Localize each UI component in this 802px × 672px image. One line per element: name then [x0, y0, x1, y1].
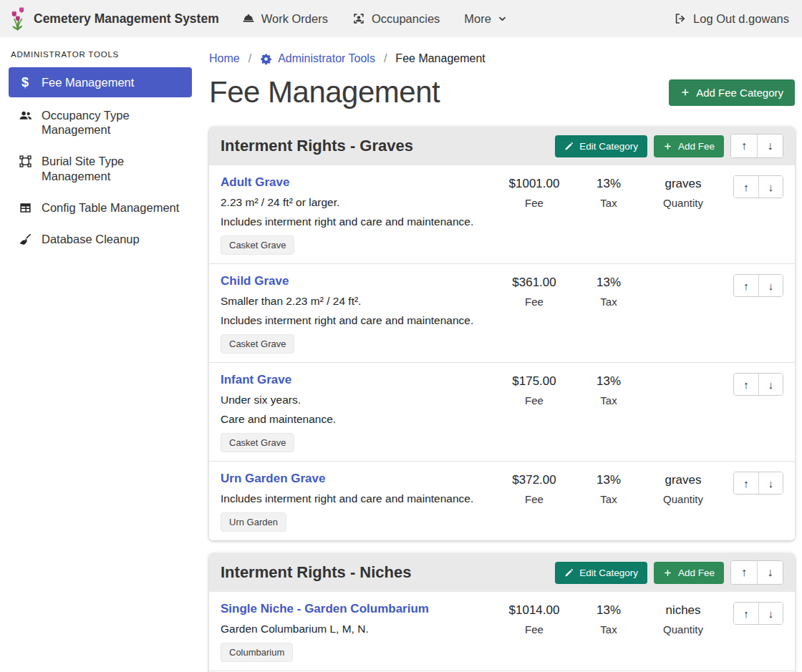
fee-reorder-group: ↑ ↓ — [733, 175, 783, 198]
quantity-label: Quantity — [646, 493, 720, 505]
nav-item-more[interactable]: More — [464, 12, 507, 26]
move-fee-up-button[interactable]: ↑ — [734, 176, 758, 198]
fee-reorder-group: ↑ ↓ — [733, 602, 783, 625]
add-fee-button[interactable]: Add Fee — [654, 135, 724, 157]
add-fee-button[interactable]: Add Fee — [654, 562, 724, 584]
tulip-logo-icon — [9, 5, 28, 32]
move-fee-down-button[interactable]: ↓ — [758, 176, 783, 198]
fee-amount-col: $1014.00 Fee — [497, 602, 571, 636]
pencil-icon — [564, 142, 574, 151]
quantity-col — [646, 274, 720, 304]
fee-row-single-niche-garden-columbarium: Single Niche - Garden Columbarium Garden… — [209, 592, 795, 671]
category-actions: Edit Category Add Fee ↑ ↓ — [555, 134, 783, 158]
category-title: Interment Rights - Niches — [221, 563, 411, 582]
breadcrumb-item-administrator-tools: Administrator Tools — [260, 52, 375, 65]
nav-item-occupancies[interactable]: Occupancies — [352, 12, 440, 26]
move-category-up-button[interactable]: ↑ — [731, 561, 757, 584]
breadcrumb: Home / Administrator Tools / Fee Managem… — [209, 52, 795, 65]
fee-amount-col: $175.00 Fee — [497, 373, 571, 406]
edit-category-button[interactable]: Edit Category — [555, 135, 647, 157]
sidebar-heading: ADMINISTRATOR TOOLS — [11, 50, 192, 59]
quantity-unit: graves — [646, 473, 720, 487]
tax-label: Tax — [571, 394, 646, 406]
tax-label: Tax — [571, 493, 646, 505]
breadcrumb-link-administrator-tools[interactable]: Administrator Tools — [278, 52, 375, 65]
quantity-label: Quantity — [646, 197, 720, 209]
sidebar-item-burial-site-type-management[interactable]: Burial Site Type Management — [9, 147, 192, 189]
fee-category-card-interment-rights-niches: Interment Rights - Niches Edit Category … — [209, 553, 795, 672]
dollar-icon: $ — [17, 76, 33, 89]
fee-amount: $361.00 — [497, 276, 571, 290]
page-title: Fee Management — [209, 75, 440, 109]
quantity-col — [646, 373, 720, 403]
tax-label: Tax — [571, 296, 646, 308]
move-category-down-button[interactable]: ↓ — [757, 135, 783, 157]
move-fee-up-button[interactable]: ↑ — [734, 603, 758, 624]
main-content: Home / Administrator Tools / Fee Managem… — [200, 37, 802, 672]
move-category-down-button[interactable]: ↓ — [757, 561, 783, 584]
category-reorder-group: ↑ ↓ — [730, 560, 783, 585]
tax-col: 13% Tax — [571, 602, 646, 636]
app-brand[interactable]: Cemetery Management System — [9, 5, 219, 32]
category-header: Interment Rights - Graves Edit Category … — [209, 127, 795, 165]
fee-type-badge: Casket Grave — [221, 334, 294, 354]
quantity-label: Quantity — [646, 623, 720, 636]
fee-description: Garden Columbarium L, M, N. — [221, 623, 490, 636]
move-fee-down-button[interactable]: ↓ — [758, 374, 783, 395]
tax-label: Tax — [571, 197, 646, 209]
chevron-down-icon — [498, 14, 507, 24]
add-fee-category-label: Add Fee Category — [696, 87, 783, 99]
quantity-col: graves Quantity — [646, 472, 720, 505]
move-fee-down-button[interactable]: ↓ — [758, 275, 783, 296]
tax-label: Tax — [571, 623, 646, 636]
fee-type-badge: Casket Grave — [221, 235, 294, 255]
table-icon — [17, 201, 33, 215]
fee-name-link[interactable]: Child Grave — [221, 274, 289, 288]
fee-name-link[interactable]: Urn Garden Grave — [221, 472, 325, 486]
category-fee-list: Adult Grave 2.23 m² / 24 ft² or larger. … — [209, 165, 795, 540]
fee-amount-label: Fee — [497, 197, 571, 209]
plus-icon — [663, 142, 672, 151]
fee-row-infant-grave: Infant Grave Under six years. Care and m… — [209, 362, 795, 461]
sidebar-item-occupancy-type-management[interactable]: Occupancy Type Management — [9, 102, 192, 143]
nav-item-work-orders[interactable]: Work Orders — [242, 12, 328, 26]
tax-rate: 13% — [571, 603, 646, 618]
fee-category-card-interment-rights-graves: Interment Rights - Graves Edit Category … — [209, 127, 795, 540]
fee-reorder-group: ↑ ↓ — [733, 373, 783, 396]
sidebar-item-fee-management[interactable]: $ Fee Management — [9, 67, 192, 97]
tax-rate: 13% — [571, 276, 646, 290]
fee-row-child-grave: Child Grave Smaller than 2.23 m² / 24 ft… — [209, 263, 795, 362]
fee-name-link[interactable]: Adult Grave — [221, 175, 289, 190]
quantity-unit — [646, 374, 720, 386]
move-fee-up-button[interactable]: ↑ — [734, 374, 758, 395]
fee-description: Includes interment right and care and ma… — [221, 492, 490, 505]
add-fee-category-button[interactable]: Add Fee Category — [669, 79, 795, 106]
edit-category-button[interactable]: Edit Category — [555, 562, 647, 584]
sidebar-item-config-table-management[interactable]: Config Table Management — [9, 194, 192, 221]
breadcrumb-item-home: Home — [209, 52, 240, 65]
quantity-col: graves Quantity — [646, 175, 720, 209]
breadcrumb-item-fee-management: Fee Management — [395, 52, 485, 65]
move-fee-down-button[interactable]: ↓ — [758, 472, 783, 494]
fee-note: Includes interment right and care and ma… — [221, 215, 490, 228]
move-fee-up-button[interactable]: ↑ — [734, 472, 758, 494]
sidebar: ADMINISTRATOR TOOLS $ Fee Management Occ… — [0, 37, 200, 672]
plus-icon — [680, 87, 690, 97]
logout-label: Log Out d.gowans — [693, 12, 789, 26]
tax-rate: 13% — [571, 177, 646, 191]
fee-description: 2.23 m² / 24 ft² or larger. — [221, 196, 490, 209]
fee-amount: $175.00 — [497, 374, 571, 389]
fee-name-link[interactable]: Single Niche - Garden Columbarium — [221, 602, 429, 616]
move-category-up-button[interactable]: ↑ — [731, 135, 757, 157]
tax-col: 13% Tax — [571, 373, 646, 406]
quantity-unit — [646, 276, 720, 288]
quantity-label — [646, 392, 720, 403]
sidebar-item-database-cleanup[interactable]: Database Cleanup — [9, 225, 192, 253]
fee-name-link[interactable]: Infant Grave — [221, 373, 291, 387]
move-fee-up-button[interactable]: ↑ — [734, 275, 758, 296]
fee-amount-label: Fee — [497, 394, 571, 406]
move-fee-down-button[interactable]: ↓ — [758, 603, 783, 624]
logout-button[interactable]: Log Out d.gowans — [674, 12, 789, 26]
breadcrumb-link-home[interactable]: Home — [209, 52, 240, 65]
sign-out-icon — [674, 12, 687, 25]
